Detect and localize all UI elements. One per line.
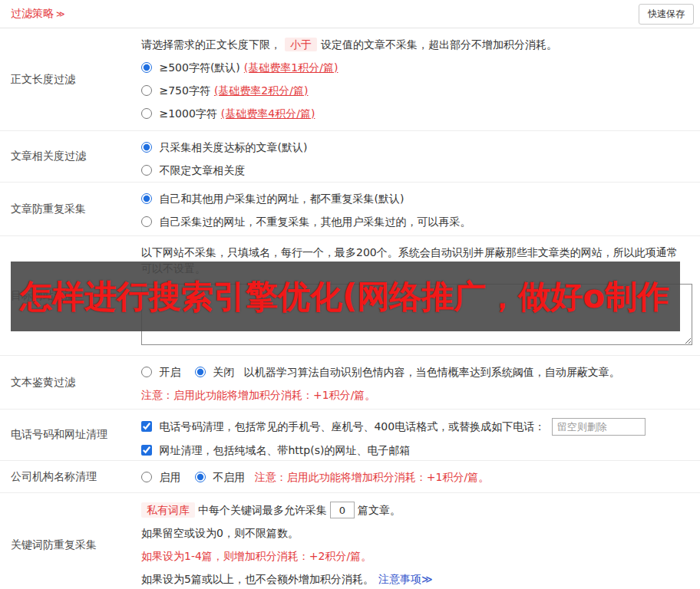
checkbox-phone-cleanup[interactable] [141, 421, 152, 432]
radio-label-porn-off: 关闭 [213, 366, 234, 378]
length-intro-post: 设定值的文章不采集，超出部分不增加积分消耗。 [321, 38, 557, 51]
radio-label-750: ≥750字符 [159, 84, 210, 97]
length-intro: 请选择需求的正文长度下限，小于设定值的文章不采集，超出部分不增加积分消耗。 [141, 37, 692, 53]
section-relevance-filter: 文章相关度过滤 只采集相关度达标的文章(默认) 不限定文章相关度 [0, 131, 700, 183]
radio-dedupe-own[interactable] [141, 216, 152, 227]
radio-relevance-any[interactable] [141, 165, 152, 176]
length-intro-pre: 请选择需求的正文长度下限， [141, 38, 281, 51]
radio-option-dedupe-own[interactable]: 自己采集过的网址，不重复采集，其他用户采集过的，可以再采。 [141, 216, 471, 228]
checkbox-label-url: 网址清理，包括纯域名、带http(s)的网址、电子邮箱 [159, 444, 410, 456]
section-company-cleanup: 公司机构名称清理 启用 不启用 注意：启用此功能将增加积分消耗：+1积分/篇。 [0, 461, 700, 493]
target-site-description: 以下网站不采集，只填域名，每行一个，最多200个。系统会自动识别并屏蔽那些非文章… [141, 245, 679, 277]
radio-porn-off[interactable] [195, 367, 206, 377]
radio-label-dedupe-all: 自己和其他用户采集过的网址，都不重复采集(默认) [159, 192, 404, 205]
radio-option-500-chars[interactable]: ≥500字符(默认)(基础费率1积分/篇) [141, 61, 338, 74]
radio-option-relevance-match[interactable]: 只采集相关度达标的文章(默认) [141, 141, 307, 153]
radio-1000-chars[interactable] [141, 108, 152, 119]
radio-label-porn-on: 开启 [159, 366, 180, 378]
fee-rate-1: (基础费率1积分/篇) [244, 61, 338, 74]
keyword-line3: 如果设为1-4篇，则增加积分消耗：+2积分/篇。 [141, 548, 692, 564]
radio-option-porn-off[interactable]: 关闭 [195, 366, 238, 378]
notice-link[interactable]: 注意事项≫ [378, 573, 433, 585]
radio-option-relevance-any[interactable]: 不限定文章相关度 [141, 164, 245, 176]
fee-rate-2: (基础费率2积分/篇) [214, 84, 309, 97]
radio-label-1000: ≥1000字符 [159, 107, 216, 120]
filter-strategy-toggle[interactable]: 过滤策略≫ [11, 7, 65, 21]
radio-option-750-chars[interactable]: ≥750字符(基础费率2积分/篇) [141, 84, 308, 97]
section-label-dedupe: 文章防重复采集 [0, 183, 132, 235]
chevron-down-icon: ≫ [56, 9, 65, 19]
page-title: 过滤策略 [11, 7, 54, 19]
radio-dedupe-all[interactable] [141, 193, 152, 204]
section-length-filter: 正文长度过滤 请选择需求的正文长度下限，小于设定值的文章不采集，超出部分不增加积… [0, 28, 700, 131]
radio-label-relevance-match: 只采集相关度达标的文章(默认) [159, 141, 307, 153]
quick-save-button[interactable]: 快速保存 [639, 4, 694, 25]
radio-label-relevance-any: 不限定文章相关度 [159, 164, 245, 176]
radio-label-500: ≥500字符(默认) [159, 61, 239, 74]
porn-filter-description: 以机器学习算法自动识别色情内容，当色情概率达到系统阈值，自动屏蔽文章。 [244, 366, 620, 378]
section-label-porn: 文本鉴黄过滤 [0, 356, 132, 409]
section-target-site-filter: 目标网站过滤 以下网站不采集，只填域名，每行一个，最多200个。系统会自动识别并… [0, 236, 700, 356]
company-cleanup-note: 注意：启用此功能将增加积分消耗：+1积分/篇。 [255, 471, 489, 483]
section-keyword-dedupe: 关键词防重复采集 私有词库中每个关键词最多允许采集篇文章。 如果留空或设为0，则… [0, 493, 700, 589]
section-label-company: 公司机构名称清理 [0, 461, 132, 492]
keyword-line1-mid: 中每个关键词最多允许采集 [198, 504, 327, 516]
radio-750-chars[interactable] [141, 85, 152, 96]
radio-label-company-on: 启用 [159, 471, 180, 483]
keyword-line2: 如果留空或设为0，则不限篇数。 [141, 525, 692, 541]
radio-option-dedupe-all[interactable]: 自己和其他用户采集过的网址，都不重复采集(默认) [141, 192, 404, 205]
filter-strategy-page: 过滤策略≫ 快速保存 正文长度过滤 请选择需求的正文长度下限，小于设定值的文章不… [0, 0, 700, 589]
radio-option-porn-on[interactable]: 开启 [141, 366, 184, 378]
replacement-phone-input[interactable] [552, 418, 646, 436]
porn-filter-note: 注意：启用此功能将增加积分消耗：+1积分/篇。 [141, 387, 692, 403]
less-than-highlight: 小于 [285, 38, 317, 51]
section-label-relevance: 文章相关度过滤 [0, 131, 132, 182]
radio-option-1000-chars[interactable]: ≥1000字符(基础费率4积分/篇) [141, 107, 315, 120]
private-lexicon-badge: 私有词库 [141, 502, 195, 518]
blocked-sites-textarea[interactable] [141, 284, 692, 345]
keyword-line4: 如果设为5篇或以上，也不会额外增加积分消耗。 [141, 573, 374, 585]
keyword-line1-end: 篇文章。 [358, 504, 401, 516]
checkbox-url-cleanup[interactable] [141, 445, 152, 456]
topbar: 过滤策略≫ 快速保存 [0, 0, 700, 28]
section-dedupe: 文章防重复采集 自己和其他用户采集过的网址，都不重复采集(默认) 自己采集过的网… [0, 183, 700, 236]
max-articles-input[interactable] [330, 502, 355, 518]
radio-relevance-match[interactable] [141, 142, 152, 153]
section-label-phone-url: 电话号码和网址清理 [0, 410, 132, 460]
radio-label-dedupe-own: 自己采集过的网址，不重复采集，其他用户采集过的，可以再采。 [159, 216, 471, 228]
radio-label-company-off: 不启用 [213, 471, 245, 483]
checkbox-label-phone: 电话号码清理，包括常见的手机号、座机号、400电话格式，或替换成如下电话： [159, 420, 545, 433]
section-label-keyword: 关键词防重复采集 [0, 493, 132, 589]
checkbox-option-phone-cleanup[interactable]: 电话号码清理，包括常见的手机号、座机号、400电话格式，或替换成如下电话： [141, 420, 549, 433]
section-label-length: 正文长度过滤 [0, 28, 132, 130]
checkbox-option-url-cleanup[interactable]: 网址清理，包括纯域名、带http(s)的网址、电子邮箱 [141, 444, 410, 456]
fee-rate-4: (基础费率4积分/篇) [221, 107, 315, 120]
section-label-target-site: 目标网站过滤 [0, 236, 132, 355]
radio-option-company-on[interactable]: 启用 [141, 471, 184, 483]
radio-500-chars[interactable] [141, 62, 152, 73]
radio-company-off[interactable] [195, 472, 206, 482]
section-phone-url-cleanup: 电话号码和网址清理 电话号码清理，包括常见的手机号、座机号、400电话格式，或替… [0, 410, 700, 461]
radio-porn-on[interactable] [141, 367, 152, 377]
radio-option-company-off[interactable]: 不启用 [195, 471, 249, 483]
radio-company-on[interactable] [141, 472, 152, 482]
section-porn-filter: 文本鉴黄过滤 开启 关闭 以机器学习算法自动识别色情内容，当色情概率达到系统阈值… [0, 356, 700, 410]
